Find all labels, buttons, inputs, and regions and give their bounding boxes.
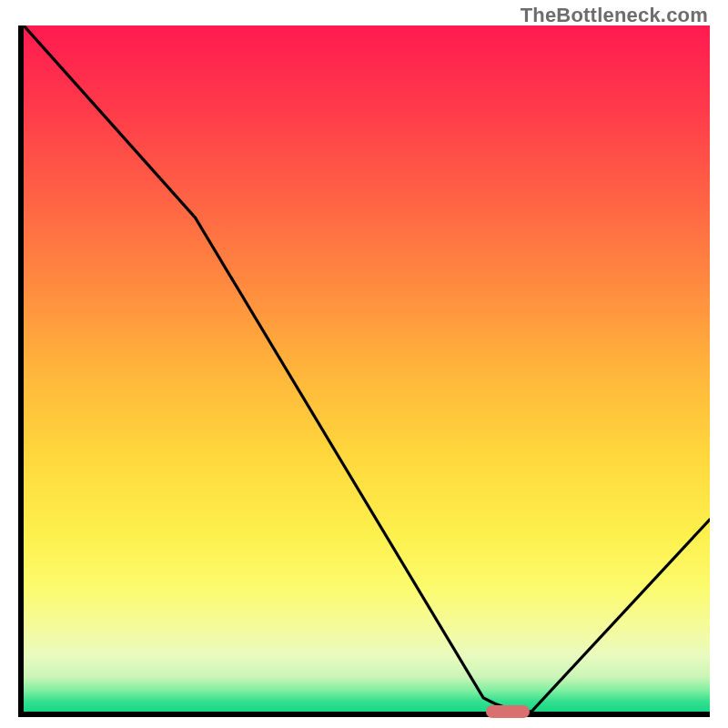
plot-area (18, 25, 710, 717)
gradient-background (24, 25, 710, 712)
optimal-marker (486, 705, 530, 718)
watermark-text: TheBottleneck.com (521, 4, 708, 27)
chart-container: TheBottleneck.com (0, 0, 728, 728)
